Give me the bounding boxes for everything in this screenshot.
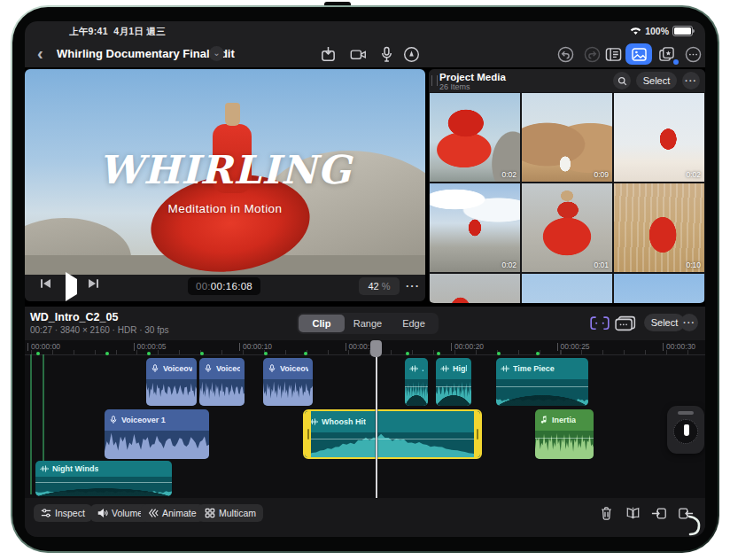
animate-label: Animate xyxy=(162,508,197,518)
main-toolbar: ‹ Whirling Documentary Final Edit ⌄ xyxy=(25,41,705,67)
trim-handle-left[interactable] xyxy=(305,411,311,457)
panel-drag-handle[interactable] xyxy=(431,75,438,86)
timeline-clip[interactable]: Night Winds xyxy=(35,461,172,496)
ruler-tick: 00:00:30 xyxy=(666,342,695,351)
media-duration: 0:02 xyxy=(501,170,516,179)
inspect-button[interactable]: Inspect xyxy=(34,504,92,522)
decorative-squiggle xyxy=(684,514,703,537)
timeline-header: WD_Intro_C2_05 00:27 · 3840 × 2160 · HDR… xyxy=(25,307,705,340)
mode-clip[interactable]: Clip xyxy=(299,315,345,332)
timeline-overview-button[interactable] xyxy=(589,314,610,333)
timecode-value: 00:16:08 xyxy=(211,281,252,292)
multicam-button[interactable]: Multicam xyxy=(198,504,263,522)
trim-handle-right[interactable] xyxy=(474,411,480,457)
media-item[interactable] xyxy=(614,274,704,303)
toolbar-more-button[interactable] xyxy=(682,44,703,64)
media-item[interactable] xyxy=(522,274,612,303)
top-bar: 上午9:41 4月1日 週三 100% ‹ Whirling Documenta… xyxy=(25,21,705,67)
sfx-clip-icon xyxy=(409,364,418,373)
ruler-tick: 00:00:25 xyxy=(561,342,590,351)
undo-icon xyxy=(557,46,574,63)
ruler-tick: 00:00:20 xyxy=(454,342,484,351)
media-more-button[interactable]: ··· xyxy=(682,72,700,89)
timeline-clip[interactable]: Voiceover 2 xyxy=(146,358,197,406)
media-duration: 0:09 xyxy=(594,170,609,179)
delete-clip-button[interactable] xyxy=(595,503,617,523)
media-item[interactable]: 0:02 xyxy=(430,93,520,182)
video-title-text: WHIRLING xyxy=(25,147,425,192)
back-button[interactable]: ‹ xyxy=(37,44,53,62)
viewer-more-button[interactable]: ··· xyxy=(406,279,420,292)
clip-connection-dot xyxy=(497,352,501,355)
media-duration: 0:02 xyxy=(686,170,701,179)
redo-icon xyxy=(584,46,601,63)
undo-button[interactable] xyxy=(555,44,576,64)
insert-arrow-icon xyxy=(651,507,667,520)
clip-connection-dot xyxy=(406,352,409,355)
jog-dial[interactable] xyxy=(673,419,698,444)
timeline-clip[interactable]: Voiceover 2 xyxy=(199,358,245,406)
timeline-clip[interactable]: Inertia xyxy=(535,409,594,459)
live-drawing-button[interactable] xyxy=(400,44,422,64)
edge-marker xyxy=(30,354,32,494)
media-item[interactable] xyxy=(430,274,520,303)
timecode-display[interactable]: 00:00:16:08 xyxy=(188,277,260,295)
voice-clip-icon xyxy=(268,364,276,373)
media-search-button[interactable] xyxy=(613,72,631,89)
clip-label: Voiceover 2 xyxy=(163,364,192,373)
media-browser-button[interactable] xyxy=(625,43,652,65)
clips-library-button[interactable] xyxy=(656,44,677,64)
skip-back-button[interactable] xyxy=(41,279,50,288)
viewer-zoom-control[interactable]: 42% xyxy=(359,277,400,295)
media-select-button[interactable]: Select xyxy=(636,72,677,89)
timeline-clip[interactable]: Voiceover 3 xyxy=(263,358,313,406)
media-item[interactable]: 0:02 xyxy=(430,183,520,272)
redo-button[interactable] xyxy=(581,44,602,64)
media-item[interactable]: 0:02 xyxy=(614,93,704,182)
clip-connection-dot xyxy=(536,352,540,355)
project-title-chevron-icon[interactable]: ⌄ xyxy=(209,46,224,61)
media-item[interactable]: 0:01 xyxy=(522,183,612,272)
media-duration: 0:10 xyxy=(686,261,701,269)
status-date: 4月1日 週三 xyxy=(113,26,166,36)
more-circle-icon xyxy=(685,46,702,63)
timeline-clip[interactable]: … xyxy=(405,358,428,406)
timeline-tracks[interactable]: 00:00:0000:00:0500:00:1000:00:1500:00:20… xyxy=(25,340,705,498)
overwrite-edit-button[interactable] xyxy=(648,503,670,523)
mode-range[interactable]: Range xyxy=(345,315,391,332)
microphone-icon xyxy=(378,46,395,63)
media-item[interactable]: 0:09 xyxy=(522,93,612,182)
animate-button[interactable]: Animate xyxy=(141,504,204,522)
media-item[interactable]: 0:10 xyxy=(614,183,704,272)
play-button[interactable] xyxy=(66,279,77,295)
blade-button[interactable] xyxy=(622,503,643,523)
timeline-clip[interactable]: Voiceover 1 xyxy=(105,409,209,459)
voice-clip-icon xyxy=(109,416,118,424)
clip-label: Voiceover 2 xyxy=(216,364,240,373)
timeline-more-button[interactable]: ··· xyxy=(680,314,698,331)
project-title[interactable]: Whirling Documentary Final Edit xyxy=(57,47,235,60)
import-button[interactable] xyxy=(317,44,338,64)
timeline-clip-meta: 00:27 · 3840 × 2160 · HDR · 30 fps xyxy=(30,325,168,335)
picture-in-picture-button[interactable] xyxy=(615,314,636,333)
clip-label: Voiceover 1 xyxy=(121,416,166,424)
viewer-frame[interactable]: WHIRLING Meditation in Motion xyxy=(25,69,425,275)
jog-wheel[interactable] xyxy=(667,406,704,454)
timeline-select-button[interactable]: Select xyxy=(644,314,685,331)
browser-button[interactable] xyxy=(602,44,624,64)
record-voiceover-button[interactable] xyxy=(376,44,397,64)
media-duration: 0:01 xyxy=(594,261,609,269)
clip-label: Inertia xyxy=(552,416,576,424)
timeline-clip[interactable]: Time Piece xyxy=(496,358,588,406)
timeline-clip[interactable]: Whoosh Hit xyxy=(303,409,482,459)
clip-label: Voiceover 3 xyxy=(280,364,308,373)
timeline-ruler[interactable]: 00:00:0000:00:0500:00:1000:00:1500:00:20… xyxy=(25,340,705,355)
playhead-handle[interactable] xyxy=(370,340,382,357)
playhead-line[interactable] xyxy=(376,351,377,498)
timeline-clip[interactable]: High… xyxy=(436,358,471,406)
skip-forward-button[interactable] xyxy=(89,279,98,288)
mode-edge[interactable]: Edge xyxy=(391,315,437,332)
battery-icon xyxy=(672,26,693,36)
record-video-button[interactable] xyxy=(347,44,369,64)
video-subtitle-text: Meditation in Motion xyxy=(25,202,425,215)
